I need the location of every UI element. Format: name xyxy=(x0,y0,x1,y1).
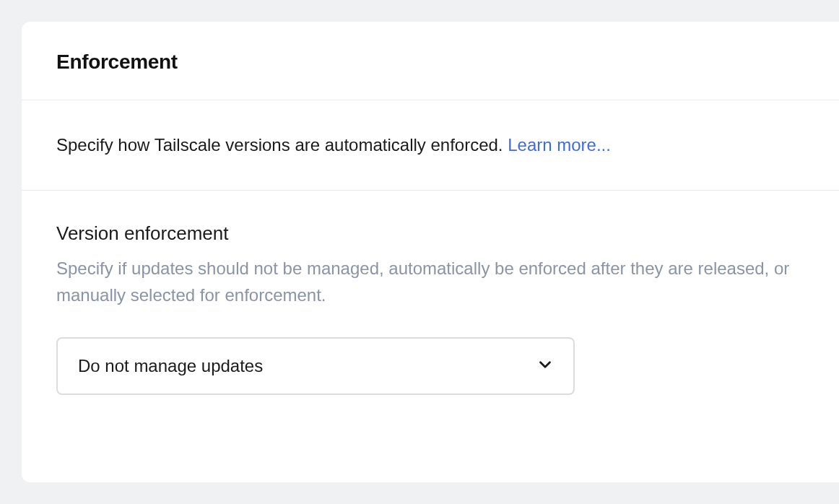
version-enforcement-select-wrapper: Do not manage updates xyxy=(56,337,575,395)
version-enforcement-description: Specify if updates should not be managed… xyxy=(56,255,804,308)
intro-text-content: Specify how Tailscale versions are autom… xyxy=(56,135,508,155)
learn-more-link[interactable]: Learn more... xyxy=(508,135,611,155)
enforcement-card: Enforcement Specify how Tailscale versio… xyxy=(22,22,839,482)
intro-text: Specify how Tailscale versions are autom… xyxy=(56,132,804,158)
card-header: Enforcement xyxy=(22,22,839,100)
intro-section: Specify how Tailscale versions are autom… xyxy=(22,100,839,191)
version-enforcement-section: Version enforcement Specify if updates s… xyxy=(22,191,839,430)
select-value: Do not manage updates xyxy=(78,356,263,376)
version-enforcement-select[interactable]: Do not manage updates xyxy=(56,337,575,395)
card-title: Enforcement xyxy=(56,51,804,74)
version-enforcement-title: Version enforcement xyxy=(56,222,804,245)
